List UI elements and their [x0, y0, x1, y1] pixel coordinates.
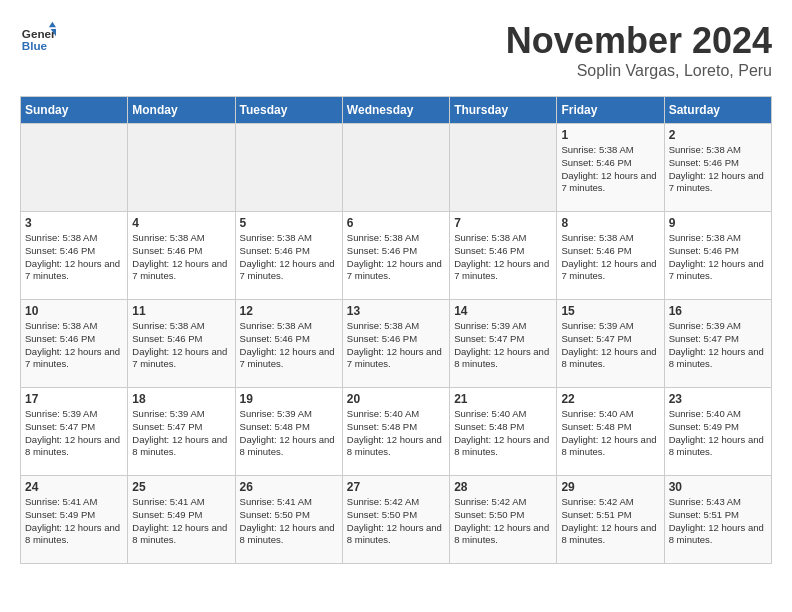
cell-info: Sunrise: 5:42 AMSunset: 5:50 PMDaylight:…	[347, 496, 445, 547]
calendar-cell-2: 2Sunrise: 5:38 AMSunset: 5:46 PMDaylight…	[664, 124, 771, 212]
calendar-cell-27: 27Sunrise: 5:42 AMSunset: 5:50 PMDayligh…	[342, 476, 449, 564]
weekday-header-thursday: Thursday	[450, 97, 557, 124]
calendar-week-1: 1Sunrise: 5:38 AMSunset: 5:46 PMDaylight…	[21, 124, 772, 212]
weekday-header-row: SundayMondayTuesdayWednesdayThursdayFrid…	[21, 97, 772, 124]
day-number: 1	[561, 128, 659, 142]
day-number: 8	[561, 216, 659, 230]
day-number: 14	[454, 304, 552, 318]
day-number: 21	[454, 392, 552, 406]
calendar-cell-8: 8Sunrise: 5:38 AMSunset: 5:46 PMDaylight…	[557, 212, 664, 300]
weekday-header-friday: Friday	[557, 97, 664, 124]
day-number: 13	[347, 304, 445, 318]
cell-info: Sunrise: 5:38 AMSunset: 5:46 PMDaylight:…	[347, 232, 445, 283]
day-number: 5	[240, 216, 338, 230]
calendar-cell-1: 1Sunrise: 5:38 AMSunset: 5:46 PMDaylight…	[557, 124, 664, 212]
cell-info: Sunrise: 5:39 AMSunset: 5:48 PMDaylight:…	[240, 408, 338, 459]
calendar-cell-10: 10Sunrise: 5:38 AMSunset: 5:46 PMDayligh…	[21, 300, 128, 388]
location-subtitle: Soplin Vargas, Loreto, Peru	[506, 62, 772, 80]
calendar-week-5: 24Sunrise: 5:41 AMSunset: 5:49 PMDayligh…	[21, 476, 772, 564]
day-number: 29	[561, 480, 659, 494]
day-number: 23	[669, 392, 767, 406]
calendar-cell-22: 22Sunrise: 5:40 AMSunset: 5:48 PMDayligh…	[557, 388, 664, 476]
cell-info: Sunrise: 5:38 AMSunset: 5:46 PMDaylight:…	[669, 144, 767, 195]
calendar-cell-30: 30Sunrise: 5:43 AMSunset: 5:51 PMDayligh…	[664, 476, 771, 564]
weekday-header-monday: Monday	[128, 97, 235, 124]
calendar-cell-19: 19Sunrise: 5:39 AMSunset: 5:48 PMDayligh…	[235, 388, 342, 476]
month-title: November 2024	[506, 20, 772, 62]
calendar-cell-empty	[128, 124, 235, 212]
calendar-cell-18: 18Sunrise: 5:39 AMSunset: 5:47 PMDayligh…	[128, 388, 235, 476]
calendar-cell-26: 26Sunrise: 5:41 AMSunset: 5:50 PMDayligh…	[235, 476, 342, 564]
weekday-header-sunday: Sunday	[21, 97, 128, 124]
day-number: 2	[669, 128, 767, 142]
cell-info: Sunrise: 5:38 AMSunset: 5:46 PMDaylight:…	[454, 232, 552, 283]
svg-marker-2	[49, 22, 56, 27]
cell-info: Sunrise: 5:38 AMSunset: 5:46 PMDaylight:…	[561, 144, 659, 195]
day-number: 22	[561, 392, 659, 406]
calendar-cell-empty	[21, 124, 128, 212]
cell-info: Sunrise: 5:38 AMSunset: 5:46 PMDaylight:…	[132, 320, 230, 371]
calendar-cell-20: 20Sunrise: 5:40 AMSunset: 5:48 PMDayligh…	[342, 388, 449, 476]
day-number: 10	[25, 304, 123, 318]
cell-info: Sunrise: 5:38 AMSunset: 5:46 PMDaylight:…	[25, 232, 123, 283]
calendar-table: SundayMondayTuesdayWednesdayThursdayFrid…	[20, 96, 772, 564]
cell-info: Sunrise: 5:38 AMSunset: 5:46 PMDaylight:…	[25, 320, 123, 371]
cell-info: Sunrise: 5:38 AMSunset: 5:46 PMDaylight:…	[240, 320, 338, 371]
day-number: 7	[454, 216, 552, 230]
cell-info: Sunrise: 5:38 AMSunset: 5:46 PMDaylight:…	[240, 232, 338, 283]
calendar-week-2: 3Sunrise: 5:38 AMSunset: 5:46 PMDaylight…	[21, 212, 772, 300]
cell-info: Sunrise: 5:39 AMSunset: 5:47 PMDaylight:…	[669, 320, 767, 371]
logo-icon: General Blue	[20, 20, 56, 56]
weekday-header-tuesday: Tuesday	[235, 97, 342, 124]
calendar-cell-14: 14Sunrise: 5:39 AMSunset: 5:47 PMDayligh…	[450, 300, 557, 388]
cell-info: Sunrise: 5:39 AMSunset: 5:47 PMDaylight:…	[561, 320, 659, 371]
calendar-cell-empty	[450, 124, 557, 212]
cell-info: Sunrise: 5:41 AMSunset: 5:49 PMDaylight:…	[25, 496, 123, 547]
cell-info: Sunrise: 5:40 AMSunset: 5:48 PMDaylight:…	[561, 408, 659, 459]
cell-info: Sunrise: 5:39 AMSunset: 5:47 PMDaylight:…	[454, 320, 552, 371]
cell-info: Sunrise: 5:39 AMSunset: 5:47 PMDaylight:…	[25, 408, 123, 459]
cell-info: Sunrise: 5:38 AMSunset: 5:46 PMDaylight:…	[347, 320, 445, 371]
svg-text:Blue: Blue	[22, 39, 48, 52]
cell-info: Sunrise: 5:40 AMSunset: 5:48 PMDaylight:…	[454, 408, 552, 459]
day-number: 19	[240, 392, 338, 406]
calendar-cell-empty	[235, 124, 342, 212]
day-number: 15	[561, 304, 659, 318]
day-number: 28	[454, 480, 552, 494]
day-number: 17	[25, 392, 123, 406]
day-number: 24	[25, 480, 123, 494]
weekday-header-saturday: Saturday	[664, 97, 771, 124]
page-header: General Blue November 2024 Soplin Vargas…	[20, 20, 772, 80]
cell-info: Sunrise: 5:42 AMSunset: 5:51 PMDaylight:…	[561, 496, 659, 547]
calendar-cell-6: 6Sunrise: 5:38 AMSunset: 5:46 PMDaylight…	[342, 212, 449, 300]
day-number: 30	[669, 480, 767, 494]
calendar-cell-7: 7Sunrise: 5:38 AMSunset: 5:46 PMDaylight…	[450, 212, 557, 300]
day-number: 27	[347, 480, 445, 494]
calendar-week-4: 17Sunrise: 5:39 AMSunset: 5:47 PMDayligh…	[21, 388, 772, 476]
calendar-cell-21: 21Sunrise: 5:40 AMSunset: 5:48 PMDayligh…	[450, 388, 557, 476]
calendar-cell-9: 9Sunrise: 5:38 AMSunset: 5:46 PMDaylight…	[664, 212, 771, 300]
calendar-cell-28: 28Sunrise: 5:42 AMSunset: 5:50 PMDayligh…	[450, 476, 557, 564]
calendar-cell-11: 11Sunrise: 5:38 AMSunset: 5:46 PMDayligh…	[128, 300, 235, 388]
calendar-cell-13: 13Sunrise: 5:38 AMSunset: 5:46 PMDayligh…	[342, 300, 449, 388]
calendar-body: 1Sunrise: 5:38 AMSunset: 5:46 PMDaylight…	[21, 124, 772, 564]
calendar-cell-16: 16Sunrise: 5:39 AMSunset: 5:47 PMDayligh…	[664, 300, 771, 388]
calendar-week-3: 10Sunrise: 5:38 AMSunset: 5:46 PMDayligh…	[21, 300, 772, 388]
calendar-cell-23: 23Sunrise: 5:40 AMSunset: 5:49 PMDayligh…	[664, 388, 771, 476]
cell-info: Sunrise: 5:38 AMSunset: 5:46 PMDaylight:…	[561, 232, 659, 283]
cell-info: Sunrise: 5:41 AMSunset: 5:49 PMDaylight:…	[132, 496, 230, 547]
day-number: 26	[240, 480, 338, 494]
cell-info: Sunrise: 5:42 AMSunset: 5:50 PMDaylight:…	[454, 496, 552, 547]
cell-info: Sunrise: 5:43 AMSunset: 5:51 PMDaylight:…	[669, 496, 767, 547]
cell-info: Sunrise: 5:38 AMSunset: 5:46 PMDaylight:…	[669, 232, 767, 283]
day-number: 6	[347, 216, 445, 230]
logo: General Blue	[20, 20, 56, 56]
cell-info: Sunrise: 5:40 AMSunset: 5:49 PMDaylight:…	[669, 408, 767, 459]
day-number: 16	[669, 304, 767, 318]
day-number: 12	[240, 304, 338, 318]
cell-info: Sunrise: 5:38 AMSunset: 5:46 PMDaylight:…	[132, 232, 230, 283]
calendar-cell-12: 12Sunrise: 5:38 AMSunset: 5:46 PMDayligh…	[235, 300, 342, 388]
calendar-cell-4: 4Sunrise: 5:38 AMSunset: 5:46 PMDaylight…	[128, 212, 235, 300]
cell-info: Sunrise: 5:41 AMSunset: 5:50 PMDaylight:…	[240, 496, 338, 547]
calendar-cell-15: 15Sunrise: 5:39 AMSunset: 5:47 PMDayligh…	[557, 300, 664, 388]
